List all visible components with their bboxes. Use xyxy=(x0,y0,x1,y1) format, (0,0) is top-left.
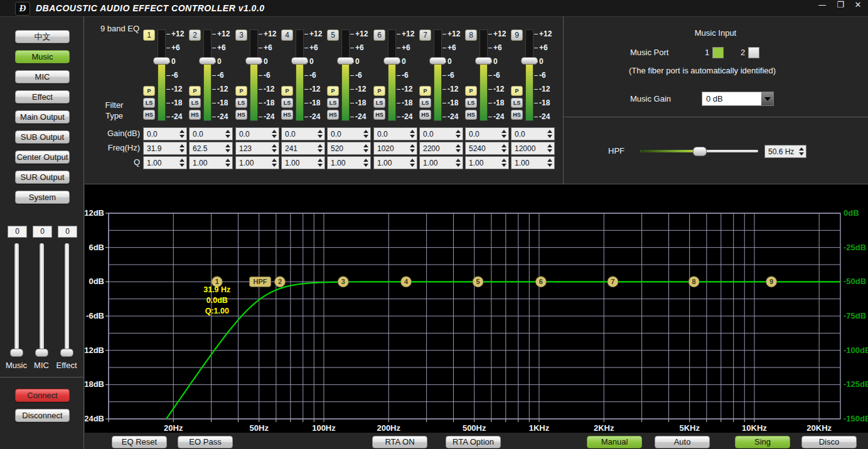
hpf-slider[interactable] xyxy=(640,150,758,152)
spinner-arrows[interactable] xyxy=(407,128,417,140)
spin-up-icon[interactable] xyxy=(501,130,506,133)
spinner-arrows[interactable] xyxy=(499,157,508,169)
band-1-button[interactable]: 1 xyxy=(143,29,155,41)
spin-up-icon[interactable] xyxy=(318,130,323,133)
band-2-slider-track[interactable] xyxy=(203,29,212,121)
close-icon[interactable]: ✕ xyxy=(850,0,866,16)
band-4-filter-ls-button[interactable]: LS xyxy=(281,98,293,108)
band-6-filter-hs-button[interactable]: HS xyxy=(373,110,385,120)
band-9-q-spinbox[interactable]: 1.00 xyxy=(511,156,555,169)
spin-down-icon[interactable] xyxy=(179,135,185,138)
band-3-slider-track[interactable] xyxy=(250,29,258,121)
hpf-value-spinbox[interactable]: 50.6 Hz xyxy=(764,145,806,158)
spinner-arrows[interactable] xyxy=(407,142,417,154)
band-1-filter-ls-button[interactable]: LS xyxy=(143,98,155,108)
auto-button[interactable]: Auto xyxy=(655,436,710,448)
band-5-slider-track[interactable] xyxy=(341,29,350,121)
sidebar-item-music[interactable]: Music xyxy=(15,50,70,63)
spin-down-icon[interactable] xyxy=(225,164,230,167)
minimize-icon[interactable]: — xyxy=(814,0,830,16)
manual-button[interactable]: Manual xyxy=(587,436,642,448)
spinner-arrows[interactable] xyxy=(269,128,279,140)
band-2-button[interactable]: 2 xyxy=(189,29,201,41)
band-4-freq-spinbox[interactable]: 241 xyxy=(281,142,325,155)
band-4-slider-handle[interactable] xyxy=(291,57,308,65)
disconnect-button[interactable]: Disconnect xyxy=(15,409,70,422)
spinner-arrows[interactable] xyxy=(315,157,324,169)
spinner-arrows[interactable] xyxy=(315,128,324,140)
spin-up-icon[interactable] xyxy=(225,159,230,162)
spin-up-icon[interactable] xyxy=(456,159,461,162)
band-5-filter-p-button[interactable]: P xyxy=(327,86,339,96)
band-7-freq-spinbox[interactable]: 2200 xyxy=(419,142,463,155)
spin-down-icon[interactable] xyxy=(272,149,277,152)
spin-up-icon[interactable] xyxy=(179,130,185,133)
spinner-arrows[interactable] xyxy=(545,157,554,169)
spin-up-icon[interactable] xyxy=(179,144,185,147)
spin-down-icon[interactable] xyxy=(179,164,185,167)
band-4-filter-hs-button[interactable]: HS xyxy=(281,110,293,120)
band-6-freq-spinbox[interactable]: 1020 xyxy=(373,142,417,155)
band-7-filter-hs-button[interactable]: HS xyxy=(419,110,431,120)
restore-icon[interactable]: ❐ xyxy=(832,0,849,16)
spinner-arrows[interactable] xyxy=(361,142,370,154)
spin-down-icon[interactable] xyxy=(410,135,415,138)
effect-fader-handle[interactable] xyxy=(60,349,73,357)
spin-down-icon[interactable] xyxy=(363,149,368,152)
band-7-button[interactable]: 7 xyxy=(419,29,431,41)
spin-down-icon[interactable] xyxy=(456,149,461,152)
band-5-gain-spinbox[interactable]: 0.0 xyxy=(327,127,371,140)
band-9-button[interactable]: 9 xyxy=(511,29,523,41)
effect-level-field[interactable]: 0 xyxy=(58,226,77,238)
band-1-gain-spinbox[interactable]: 0.0 xyxy=(143,127,187,140)
band-2-gain-spinbox[interactable]: 0.0 xyxy=(189,127,233,140)
band-6-slider-handle[interactable] xyxy=(383,57,400,65)
band-6-filter-ls-button[interactable]: LS xyxy=(373,98,385,108)
band-2-freq-spinbox[interactable]: 62.5 xyxy=(189,142,233,155)
band-5-button[interactable]: 5 xyxy=(327,29,339,41)
music-level-field[interactable]: 0 xyxy=(8,226,27,238)
spin-up-icon[interactable] xyxy=(501,144,506,147)
spinner-arrows[interactable] xyxy=(177,128,186,140)
spinner-arrows[interactable] xyxy=(269,157,279,169)
band-3-slider-handle[interactable] xyxy=(245,57,262,65)
band-7-filter-ls-button[interactable]: LS xyxy=(419,98,431,108)
eo-pass-button[interactable]: EO Pass xyxy=(178,436,233,448)
band-7-q-spinbox[interactable]: 1.00 xyxy=(419,156,463,169)
band-8-slider-handle[interactable] xyxy=(475,57,492,65)
port-2-checkbox[interactable] xyxy=(748,47,759,58)
spinner-arrows[interactable] xyxy=(269,142,279,154)
hpf-spinner-arrows[interactable] xyxy=(796,145,806,157)
spinner-arrows[interactable] xyxy=(453,157,463,169)
spin-up-icon[interactable] xyxy=(410,144,415,147)
spinner-arrows[interactable] xyxy=(223,142,232,154)
spin-down-icon[interactable] xyxy=(363,164,368,167)
spin-up-icon[interactable] xyxy=(501,159,506,162)
band-9-slider-handle[interactable] xyxy=(521,57,538,65)
spinner-arrows[interactable] xyxy=(177,157,186,169)
band-5-q-spinbox[interactable]: 1.00 xyxy=(327,156,371,169)
sidebar-item-sur-output[interactable]: SUR Output xyxy=(15,171,70,184)
connect-button[interactable]: Connect xyxy=(15,389,70,402)
sidebar-item-mic[interactable]: MIC xyxy=(15,70,70,83)
spin-down-icon[interactable] xyxy=(547,164,552,167)
spin-down-icon[interactable] xyxy=(547,149,552,152)
band-6-button[interactable]: 6 xyxy=(373,29,385,41)
band-6-gain-spinbox[interactable]: 0.0 xyxy=(373,127,417,140)
band-8-filter-hs-button[interactable]: HS xyxy=(465,110,477,120)
spin-up-icon[interactable] xyxy=(456,144,461,147)
band-5-filter-hs-button[interactable]: HS xyxy=(327,110,339,120)
band-2-q-spinbox[interactable]: 1.00 xyxy=(189,156,233,169)
band-4-button[interactable]: 4 xyxy=(281,29,293,41)
band-2-slider-handle[interactable] xyxy=(199,57,216,65)
spin-up-icon[interactable] xyxy=(318,144,323,147)
dropdown-arrow-icon[interactable] xyxy=(761,92,773,105)
band-8-freq-spinbox[interactable]: 5240 xyxy=(465,142,509,155)
band-1-filter-hs-button[interactable]: HS xyxy=(143,110,155,120)
spin-down-icon[interactable] xyxy=(501,135,506,138)
band-3-filter-hs-button[interactable]: HS xyxy=(235,110,247,120)
spin-down-icon[interactable] xyxy=(410,164,415,167)
music-fader-track[interactable] xyxy=(14,243,19,356)
band-9-filter-hs-button[interactable]: HS xyxy=(511,110,523,120)
spin-down-icon[interactable] xyxy=(456,135,461,138)
